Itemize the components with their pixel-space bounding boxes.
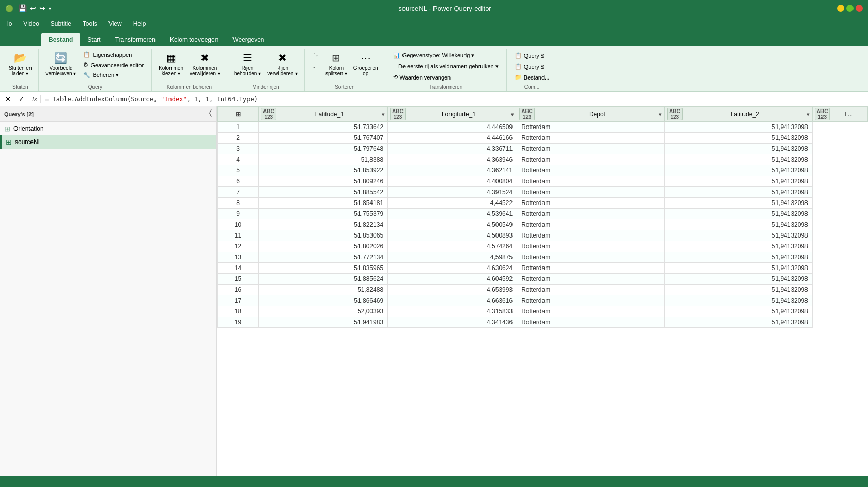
- table-row[interactable]: 551,8539224,362141Rotterdam51,94132098: [218, 165, 868, 176]
- btn-kolommen-kiezen[interactable]: ▦ Kolommenkiezen ▾: [156, 50, 186, 78]
- latitude1-cell: 51,809246: [259, 176, 388, 187]
- row-number: 17: [218, 295, 259, 306]
- col-header-l: ABC123 L...: [812, 107, 867, 122]
- col-header-latitude2: ABC123 Latitude_2 ▾: [664, 107, 812, 122]
- longitude1-cell: 4,363946: [388, 154, 517, 165]
- btn-kolommen-verwijderen[interactable]: ✖ Kolommenverwijderen ▾: [187, 50, 223, 78]
- tab-weergeven[interactable]: Weergeven: [225, 33, 271, 46]
- col-name-longitude1: Longitude_1: [408, 111, 510, 118]
- quick-dropdown[interactable]: ▾: [47, 5, 53, 12]
- data-area[interactable]: ⊞ ABC123 Latitude_1 ▾ ABC123 Longi: [217, 106, 868, 476]
- btn-sorteren-aflopend[interactable]: ↓: [309, 61, 322, 70]
- btn-voorbeeld-vernieuwen[interactable]: 🔄 Voorbeeldvernieuwen ▾: [43, 50, 79, 78]
- table-row[interactable]: 851,8541814,44522Rotterdam51,94132098: [218, 198, 868, 209]
- latitude1-cell: 51,767407: [259, 133, 388, 144]
- btn-beheren[interactable]: 🔧 Beheren ▾: [80, 70, 147, 80]
- minimize-button[interactable]: [837, 5, 844, 12]
- maximize-button[interactable]: [846, 5, 854, 12]
- formula-input[interactable]: = Table.AddIndexColumn(Source, "Index", …: [43, 95, 866, 104]
- quick-save[interactable]: 💾: [17, 4, 28, 13]
- menu-item-subtitle[interactable]: Subtitle: [45, 18, 76, 29]
- table-row[interactable]: 1051,8221344,500549Rotterdam51,94132098: [218, 219, 868, 230]
- depot-cell: Rotterdam: [517, 274, 665, 285]
- table-row[interactable]: 751,8855424,391524Rotterdam51,94132098: [218, 187, 868, 198]
- btn-eigenschappen[interactable]: 📋 Eigenschappen: [80, 50, 147, 59]
- formula-confirm-btn[interactable]: ✓: [16, 93, 27, 105]
- depot-cell: Rotterdam: [517, 122, 665, 133]
- table-row[interactable]: 1951,9419834,341436Rotterdam51,94132098: [218, 317, 868, 328]
- table-row[interactable]: 151,7336424,446509Rotterdam51,94132098: [218, 122, 868, 133]
- latitude1-cell: 51,772134: [259, 252, 388, 263]
- rijen-verwijderen-icon: ✖: [278, 52, 287, 64]
- table-row[interactable]: 1651,824884,653993Rotterdam51,94132098: [218, 285, 868, 295]
- col-filter-depot[interactable]: ▾: [658, 112, 662, 117]
- sidebar: Query's [2] 〈 ⊞ Orientation ⊞ sourceNL: [0, 106, 217, 476]
- col-type-latitude2: ABC123: [667, 108, 683, 120]
- table-row[interactable]: 1852,003934,315833Rotterdam51,94132098: [218, 306, 868, 317]
- menu-item-io[interactable]: io: [2, 18, 17, 29]
- latitude1-cell: 51,853065: [259, 230, 388, 241]
- latitude1-cell: 51,797648: [259, 144, 388, 154]
- table-row[interactable]: 351,7976484,336711Rotterdam51,94132098: [218, 144, 868, 154]
- main-area: Query's [2] 〈 ⊞ Orientation ⊞ sourceNL ⊞: [0, 106, 868, 476]
- group-label-query: Query: [88, 83, 102, 91]
- ribbon-group-sluiten: 📂 Sluiten enladen ▾ Sluiten: [2, 49, 39, 91]
- latitude2-cell: 51,94132098: [664, 144, 812, 154]
- table-row[interactable]: 1751,8664694,663616Rotterdam51,94132098: [218, 295, 868, 306]
- menu-item-tools[interactable]: Tools: [78, 18, 102, 29]
- table-row[interactable]: 651,8092464,400804Rotterdam51,94132098: [218, 176, 868, 187]
- latitude2-cell: 51,94132098: [664, 317, 812, 328]
- tab-start[interactable]: Start: [80, 33, 107, 46]
- row-number: 13: [218, 252, 259, 263]
- quick-redo[interactable]: ↪: [38, 4, 47, 13]
- geavanceerde-icon: ⚙: [83, 61, 88, 68]
- table-row[interactable]: 451,83884,363946Rotterdam51,94132098: [218, 154, 868, 165]
- tab-transformeren[interactable]: Transformeren: [108, 33, 163, 46]
- depot-cell: Rotterdam: [517, 165, 665, 176]
- table-row[interactable]: 1251,8020264,574264Rotterdam51,94132098: [218, 241, 868, 252]
- sidebar-collapse-btn[interactable]: 〈: [204, 108, 212, 119]
- btn-rijen-verwijderen[interactable]: ✖ Rijenverwijderen ▾: [265, 50, 300, 78]
- col-filter-latitude2[interactable]: ▾: [805, 112, 810, 117]
- formula-cancel-btn[interactable]: ✕: [2, 93, 13, 105]
- btn-sluiten-laden[interactable]: 📂 Sluiten enladen ▾: [6, 50, 34, 78]
- btn-query1[interactable]: 📋 Query $: [511, 51, 553, 60]
- data-table: ⊞ ABC123 Latitude_1 ▾ ABC123 Longi: [217, 106, 868, 328]
- menubar: io Video Subtitle Tools View Help: [0, 17, 868, 31]
- longitude1-cell: 4,604592: [388, 274, 517, 285]
- btn-kolom-splitsen[interactable]: ⊞ Kolomsplitsen ▾: [323, 50, 350, 78]
- close-button[interactable]: [856, 5, 863, 12]
- latitude2-cell: 51,94132098: [664, 285, 812, 295]
- table-row[interactable]: 1351,7721344,59875Rotterdam51,94132098: [218, 252, 868, 263]
- tab-bestand[interactable]: Bestand: [41, 33, 80, 46]
- table-row[interactable]: 951,7553794,539641Rotterdam51,94132098: [218, 209, 868, 219]
- btn-query2[interactable]: 📋 Query $: [511, 61, 553, 71]
- menu-item-help[interactable]: Help: [128, 18, 151, 29]
- query-item-sourcenl[interactable]: ⊞ sourceNL: [0, 135, 216, 149]
- latitude1-cell: 51,755379: [259, 209, 388, 219]
- latitude2-cell: 51,94132098: [664, 209, 812, 219]
- table-row[interactable]: 1151,8530654,500893Rotterdam51,94132098: [218, 230, 868, 241]
- btn-sorteren-oplopend[interactable]: ↑↓: [309, 50, 322, 59]
- quick-undo[interactable]: ↩: [28, 4, 38, 13]
- query-item-orientation[interactable]: ⊞ Orientation: [0, 122, 216, 135]
- btn-eerste-rij-veldnamen[interactable]: ≡ De eerste rij als veldnamen gebruiken …: [390, 61, 502, 71]
- table-row[interactable]: 1551,8856244,604592Rotterdam51,94132098: [218, 274, 868, 285]
- col-filter-latitude1[interactable]: ▾: [381, 112, 385, 117]
- btn-bestand[interactable]: 📁 Bestand...: [511, 72, 553, 82]
- col-name-latitude1: Latitude_1: [278, 111, 381, 118]
- btn-rijen-behouden[interactable]: ☰ Rijenbehouden ▾: [231, 50, 264, 78]
- tab-kolom-toevoegen[interactable]: Kolom toevoegen: [163, 33, 225, 46]
- table-row[interactable]: 251,7674074,446166Rotterdam51,94132098: [218, 133, 868, 144]
- btn-gegevenstype[interactable]: 📊 Gegevenstype: Willekeurig ▾: [390, 51, 502, 60]
- gegevenstype-icon: 📊: [393, 52, 400, 59]
- table-row[interactable]: 1451,8359654,630624Rotterdam51,94132098: [218, 263, 868, 274]
- btn-groeperen-op[interactable]: ⋯ Groeperenop: [351, 50, 381, 78]
- depot-cell: Rotterdam: [517, 263, 665, 274]
- latitude2-cell: 51,94132098: [664, 263, 812, 274]
- btn-geavanceerde-editor[interactable]: ⚙ Geavanceerde editor: [80, 60, 147, 70]
- btn-waarden-vervangen[interactable]: ⟲ Waarden vervangen: [390, 72, 502, 82]
- menu-item-video[interactable]: Video: [18, 18, 44, 29]
- menu-item-view[interactable]: View: [103, 18, 127, 29]
- col-filter-longitude1[interactable]: ▾: [510, 112, 515, 117]
